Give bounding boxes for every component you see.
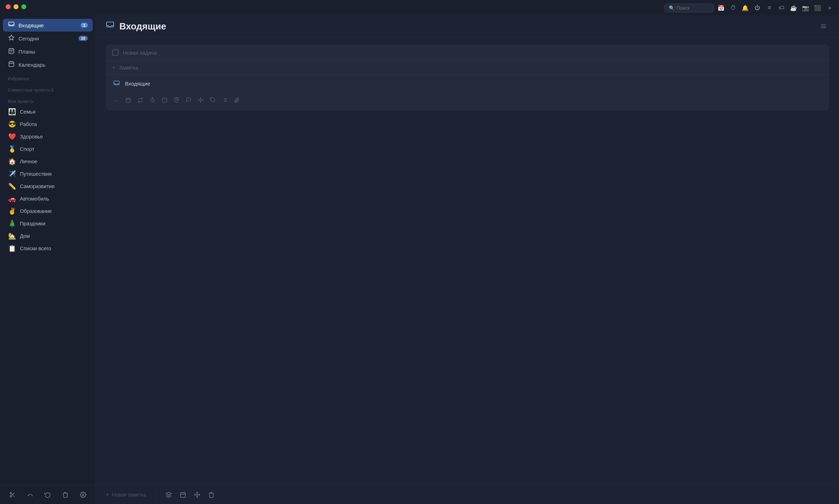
sidebar: Входящие 1 Сегодня 10: [0, 16, 96, 504]
header-menu-icon[interactable]: [818, 21, 829, 32]
action-list-icon[interactable]: [220, 95, 230, 105]
new-task-placeholder: Новая задача: [123, 50, 157, 56]
home-label: Дом: [20, 233, 30, 239]
svg-point-16: [82, 494, 84, 495]
titlebar: 🔍 Поиск 📅 ⏱ 🔔 ⏻ ≡ 🏷 ☕ 📷 ⬛ »: [0, 0, 839, 16]
health-label: Здоровье: [20, 134, 43, 139]
minimize-button[interactable]: [13, 4, 18, 9]
project-travel[interactable]: ✈️ Путешествия: [3, 168, 93, 180]
project-sport[interactable]: 🥇 Спорт: [3, 143, 93, 155]
sidebar-item-inbox[interactable]: Входящие 1: [3, 19, 93, 32]
svg-point-11: [10, 492, 12, 494]
content-body: Новая задача + Заметка Входящие: [96, 37, 839, 485]
new-task-row[interactable]: Новая задача: [106, 44, 829, 61]
camera-toolbar-icon[interactable]: 📷: [801, 3, 811, 13]
tag-toolbar-icon[interactable]: 🏷: [776, 3, 786, 13]
layers-icon[interactable]: [162, 488, 175, 501]
section-shared: Совместные проекты β: [0, 83, 96, 94]
content-area: Входящие Новая задача + Заметк: [96, 16, 839, 504]
sidebar-item-plans[interactable]: 29 Планы: [3, 45, 93, 58]
project-car[interactable]: 🚗 Автомобиль: [3, 193, 93, 205]
calendar-label: Календарь: [18, 62, 88, 68]
action-calendar-icon[interactable]: [123, 95, 134, 105]
svg-line-14: [13, 495, 15, 497]
sidebar-toolbar-icon[interactable]: ⬛: [813, 3, 823, 13]
education-icon: ✌️: [8, 207, 16, 215]
action-repeat-icon[interactable]: [135, 95, 146, 105]
selfdevelopment-icon: ✏️: [8, 182, 16, 190]
sidebar-bottom: [0, 485, 96, 504]
sport-label: Спорт: [20, 146, 34, 152]
travel-label: Путешествия: [20, 171, 52, 177]
project-personal[interactable]: 🏠 Личное: [3, 155, 93, 168]
search-placeholder: Поиск: [677, 5, 689, 11]
filter-toolbar-icon[interactable]: ≡: [764, 3, 774, 13]
cup-toolbar-icon[interactable]: ☕: [789, 3, 799, 13]
project-health[interactable]: ❤️ Здоровье: [3, 131, 93, 143]
project-lists[interactable]: 📋 Списки всего: [3, 242, 93, 254]
sidebar-item-calendar[interactable]: Календарь: [3, 58, 93, 71]
new-note-button[interactable]: + Новая заметка: [96, 485, 157, 504]
project-holidays[interactable]: 🎄 Праздники: [3, 218, 93, 230]
power-toolbar-icon[interactable]: ⏻: [752, 3, 762, 13]
svg-text:29: 29: [10, 51, 12, 53]
family-icon: 👨‍👩‍👧: [8, 108, 16, 116]
project-home[interactable]: 🏡 Дом: [3, 230, 93, 242]
gear-icon[interactable]: [77, 488, 90, 501]
history-icon[interactable]: [41, 488, 54, 501]
maximize-button[interactable]: [21, 4, 26, 9]
trash-icon[interactable]: [59, 488, 72, 501]
project-family[interactable]: 👨‍👩‍👧 Семья: [3, 106, 93, 118]
note-row[interactable]: + Заметка: [106, 61, 829, 75]
project-work[interactable]: 😎 Работа: [3, 118, 93, 130]
travel-icon: ✈️: [8, 170, 16, 178]
svg-point-31: [176, 99, 177, 100]
search-bar[interactable]: 🔍 Поиск: [664, 4, 714, 12]
work-icon: 😎: [8, 120, 16, 128]
health-icon: ❤️: [8, 133, 16, 141]
inbox-row[interactable]: Входящие: [106, 75, 829, 92]
family-label: Семья: [20, 109, 36, 115]
content-inbox-icon: [106, 21, 114, 32]
trash-bottom-icon[interactable]: [205, 488, 218, 501]
action-attach-icon[interactable]: [232, 95, 242, 105]
car-label: Автомобиль: [20, 196, 49, 202]
action-exclamation-icon[interactable]: [159, 95, 170, 105]
svg-rect-0: [9, 22, 14, 26]
action-more-icon[interactable]: ···: [111, 95, 121, 105]
svg-point-12: [10, 495, 12, 497]
sidebar-item-today[interactable]: Сегодня 10: [3, 32, 93, 45]
more-toolbar-icon[interactable]: »: [825, 3, 835, 13]
content-title: Входящие: [119, 21, 813, 32]
action-move-icon[interactable]: [195, 95, 206, 105]
plans-label: Планы: [18, 49, 88, 55]
action-timer-icon[interactable]: [147, 95, 158, 105]
action-pin-icon[interactable]: [171, 95, 182, 105]
task-checkbox[interactable]: [112, 49, 119, 56]
window-controls[interactable]: [6, 4, 26, 9]
svg-rect-17: [107, 22, 114, 27]
plans-icon: 29: [8, 48, 15, 55]
project-selfdevelopment[interactable]: ✏️ Саморазвитие: [3, 180, 93, 192]
scissors-icon[interactable]: [6, 488, 19, 501]
task-card: Новая задача + Заметка Входящие: [106, 44, 829, 110]
calendar-toolbar-icon[interactable]: 📅: [716, 3, 726, 13]
svg-rect-21: [114, 81, 119, 85]
project-education[interactable]: ✌️ Образование: [3, 205, 93, 217]
svg-rect-43: [180, 493, 185, 498]
timer-toolbar-icon[interactable]: ⏱: [728, 3, 738, 13]
action-tag-icon[interactable]: [207, 95, 218, 105]
section-my-projects: Мои проекты: [0, 94, 96, 105]
today-icon: [8, 34, 15, 42]
action-flag-icon[interactable]: [183, 95, 194, 105]
calendar-bottom-icon[interactable]: [177, 488, 189, 501]
close-button[interactable]: [6, 4, 11, 9]
move-bottom-icon[interactable]: [191, 488, 204, 501]
inbox-icon: [8, 21, 15, 29]
content-bottom-icons: [157, 488, 223, 501]
arc-icon[interactable]: [24, 488, 37, 501]
plus-icon: +: [112, 65, 115, 71]
holidays-icon: 🎄: [8, 220, 16, 228]
svg-rect-22: [126, 98, 130, 103]
bell-toolbar-icon[interactable]: 🔔: [740, 3, 750, 13]
